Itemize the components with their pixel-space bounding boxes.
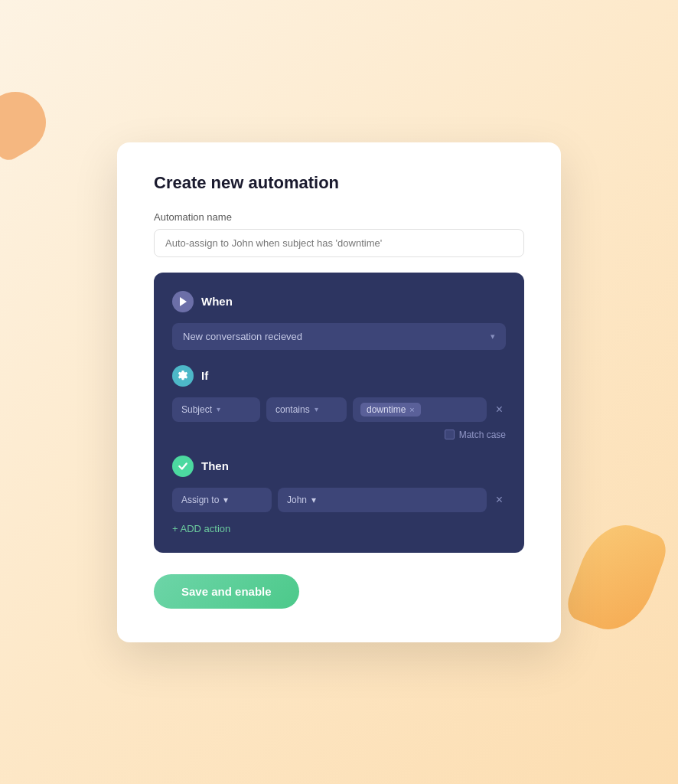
- when-dropdown-arrow: ▾: [491, 332, 495, 341]
- match-case-label: Match case: [459, 430, 506, 440]
- downtime-tag: downtime ×: [360, 403, 421, 416]
- automation-name-field: Automation name: [154, 211, 524, 257]
- person-value: John: [287, 495, 307, 505]
- save-enable-button[interactable]: Save and enable: [154, 574, 299, 609]
- when-section-title: When: [201, 295, 233, 308]
- match-case-row: Match case: [172, 430, 506, 440]
- if-icon: [172, 365, 194, 387]
- if-section-title: If: [201, 369, 208, 382]
- then-icon: [172, 456, 194, 477]
- action-row: Assign to ▾ John ▾ ×: [172, 488, 506, 512]
- then-section-title: Then: [201, 459, 229, 472]
- then-section: Then Assign to ▾ John ▾ × + ADD action: [172, 456, 506, 537]
- tag-value: downtime: [367, 404, 406, 415]
- card-title: Create new automation: [154, 173, 524, 193]
- if-section-header: If: [172, 365, 506, 387]
- then-section-header: Then: [172, 456, 506, 477]
- automation-card: Create new automation Automation name Wh…: [117, 142, 561, 642]
- tag-input-field[interactable]: downtime ×: [353, 397, 487, 422]
- assign-to-dropdown[interactable]: Assign to ▾: [172, 488, 272, 512]
- condition-row: Subject ▾ contains ▾ downtime × ×: [172, 397, 506, 422]
- person-arrow: ▾: [311, 495, 316, 505]
- add-action-button[interactable]: + ADD action: [172, 520, 230, 537]
- assign-to-arrow: ▾: [223, 495, 228, 505]
- automation-name-input[interactable]: [154, 229, 524, 257]
- contains-dropdown-arrow: ▾: [315, 405, 318, 413]
- action-remove-btn[interactable]: ×: [493, 492, 506, 508]
- tag-close-btn[interactable]: ×: [409, 405, 414, 414]
- when-section-header: When: [172, 291, 506, 312]
- contains-dropdown-value: contains: [275, 404, 310, 415]
- assign-to-value: Assign to: [181, 495, 219, 505]
- subject-dropdown-arrow: ▾: [217, 405, 220, 413]
- automation-name-label: Automation name: [154, 211, 524, 223]
- automation-dark-panel: When New conversation recieved ▾ If Su: [154, 273, 524, 553]
- subject-dropdown[interactable]: Subject ▾: [172, 397, 260, 422]
- decorative-blob-right: [562, 514, 671, 641]
- if-section: If Subject ▾ contains ▾ downtime ×: [172, 365, 506, 440]
- svg-marker-0: [180, 297, 187, 306]
- when-icon: [172, 291, 194, 312]
- decorative-blob-left: [0, 80, 57, 164]
- contains-dropdown[interactable]: contains ▾: [266, 397, 347, 422]
- when-dropdown[interactable]: New conversation recieved ▾: [172, 323, 506, 350]
- person-dropdown[interactable]: John ▾: [278, 488, 487, 512]
- match-case-checkbox[interactable]: [445, 430, 455, 439]
- condition-remove-btn[interactable]: ×: [493, 401, 506, 418]
- when-section: When New conversation recieved ▾: [172, 291, 506, 350]
- when-dropdown-value: New conversation recieved: [183, 331, 302, 342]
- subject-dropdown-value: Subject: [181, 404, 212, 415]
